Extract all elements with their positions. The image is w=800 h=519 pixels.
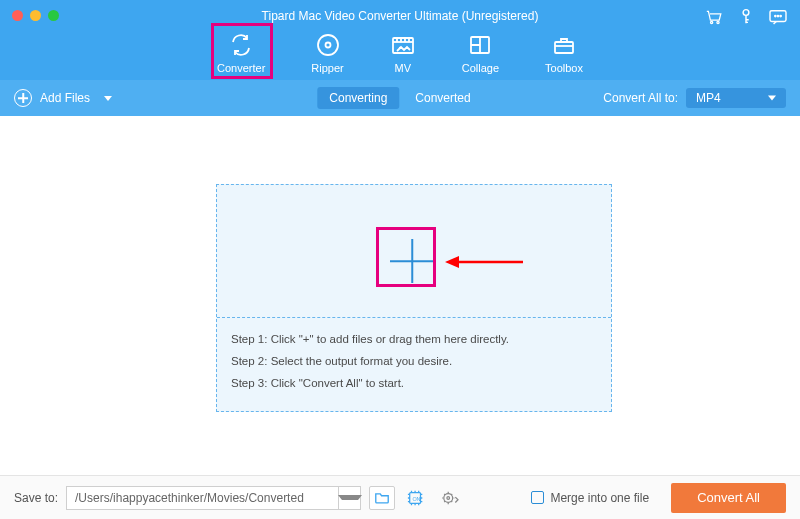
tab-converter[interactable]: Converter [211, 28, 271, 76]
tab-toolbox[interactable]: Toolbox [539, 28, 589, 76]
convert-icon [228, 32, 254, 58]
save-path-dropdown[interactable] [338, 487, 360, 509]
status-tabs: Converting Converted [317, 87, 482, 109]
settings-button[interactable] [437, 486, 463, 510]
dropzone[interactable]: Step 1: Click "+" to add files or drag t… [216, 184, 612, 412]
svg-point-4 [775, 15, 776, 16]
collage-icon [467, 32, 493, 58]
subbar: Add Files Converting Converted Convert A… [0, 80, 800, 116]
dropzone-divider [217, 317, 611, 318]
add-files-label: Add Files [40, 91, 90, 105]
disc-icon [315, 32, 341, 58]
tab-mv[interactable]: MV [384, 28, 422, 76]
hw-accel-button[interactable]: ON [403, 486, 429, 510]
save-to-label: Save to: [14, 491, 58, 505]
svg-point-0 [710, 21, 712, 23]
svg-point-6 [780, 15, 781, 16]
main-area: Step 1: Click "+" to add files or drag t… [0, 116, 800, 475]
svg-point-1 [717, 21, 719, 23]
svg-text:ON: ON [412, 495, 420, 501]
tab-label: Converter [217, 62, 265, 74]
add-files-button[interactable]: Add Files [14, 89, 112, 107]
instruction-step-1: Step 1: Click "+" to add files or drag t… [231, 329, 597, 351]
svg-point-18 [447, 496, 450, 499]
convert-all-button[interactable]: Convert All [671, 483, 786, 513]
tab-label: Collage [462, 62, 499, 74]
instruction-step-3: Step 3: Click "Convert All" to start. [231, 373, 597, 395]
svg-point-2 [743, 10, 749, 16]
output-format-select[interactable]: MP4 [686, 88, 786, 108]
svg-point-7 [318, 35, 338, 55]
output-format-value: MP4 [696, 91, 721, 105]
svg-rect-9 [393, 38, 413, 53]
svg-rect-12 [555, 42, 573, 53]
merge-into-one-file-checkbox[interactable]: Merge into one file [531, 491, 649, 505]
open-folder-button[interactable] [369, 486, 395, 510]
window-title: Tipard Mac Video Converter Ultimate (Unr… [0, 9, 800, 23]
tab-label: Ripper [311, 62, 343, 74]
chevron-down-icon [338, 495, 362, 500]
instruction-step-2: Step 2: Select the output format you des… [231, 351, 597, 373]
tab-label: MV [394, 62, 411, 74]
footer: Save to: /Users/ihappyacethinker/Movies/… [0, 475, 800, 519]
cart-icon[interactable] [704, 9, 724, 25]
chevron-down-icon [104, 96, 112, 101]
instructions: Step 1: Click "+" to add files or drag t… [231, 329, 597, 395]
add-files-plus-button[interactable] [382, 231, 442, 291]
tab-ripper[interactable]: Ripper [305, 28, 349, 76]
tab-collage[interactable]: Collage [456, 28, 505, 76]
plus-circle-icon [14, 89, 32, 107]
svg-point-5 [777, 15, 778, 16]
tab-label: Toolbox [545, 62, 583, 74]
merge-label: Merge into one file [550, 491, 649, 505]
header-actions [704, 8, 788, 26]
save-path-value: /Users/ihappyacethinker/Movies/Converted [67, 491, 338, 505]
chevron-down-icon [768, 96, 776, 101]
feedback-icon[interactable] [768, 9, 788, 25]
filter-converted[interactable]: Converted [403, 87, 482, 109]
save-path-field[interactable]: /Users/ihappyacethinker/Movies/Converted [66, 486, 361, 510]
main-tabs: Converter Ripper MV Collage [0, 28, 800, 76]
convert-all-to: Convert All to: MP4 [603, 88, 786, 108]
app-window: Tipard Mac Video Converter Ultimate (Unr… [0, 0, 800, 519]
toolbox-icon [551, 32, 577, 58]
header: Tipard Mac Video Converter Ultimate (Unr… [0, 0, 800, 80]
key-icon[interactable] [738, 8, 754, 26]
svg-point-8 [325, 43, 330, 48]
filter-converting[interactable]: Converting [317, 87, 399, 109]
mv-icon [390, 32, 416, 58]
convert-all-to-label: Convert All to: [603, 91, 678, 105]
checkbox-icon [531, 491, 544, 504]
